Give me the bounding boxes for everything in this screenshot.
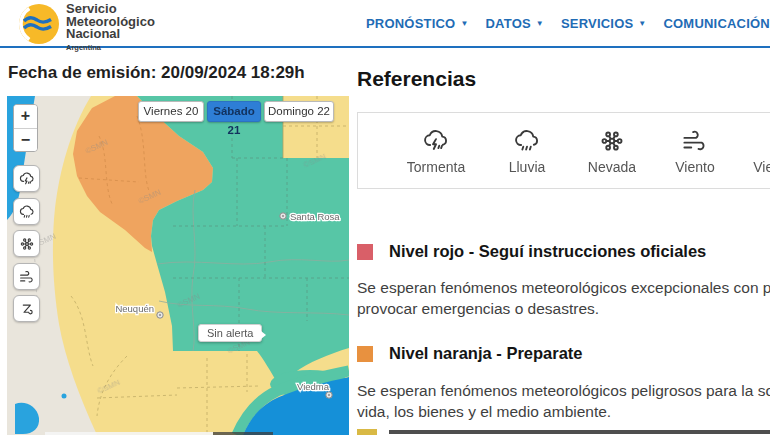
- nav-label: DATOS: [486, 16, 531, 31]
- snowflake-icon: [597, 126, 627, 156]
- tab-domingo-22[interactable]: Domingo 22: [264, 101, 334, 122]
- tab-viernes-20[interactable]: Viernes 20: [138, 101, 204, 122]
- orange-level-title: Nivel naranja - Preparate: [389, 344, 583, 363]
- city-label-viedma: Viedma: [297, 381, 330, 392]
- reference-viento-zonda: Viento zonda: [748, 126, 770, 175]
- filter-zonda-button[interactable]: [13, 295, 40, 322]
- basemap-svg: ©SMN ©SMN ©SMN ©SMN ©SMN ©SMN ©SMN Santa…: [7, 96, 349, 435]
- description-line: vida, los bienes y el medio ambiente.: [357, 402, 770, 423]
- nav-item-servicios[interactable]: SERVICIOS ▼: [561, 16, 647, 31]
- day-tab-bar: Viernes 20 Sábado 21 Domingo 22: [7, 101, 349, 123]
- nav-label: PRONÓSTICO: [366, 16, 455, 31]
- chevron-down-icon: ▼: [460, 19, 468, 28]
- city-label-neuquen: Neuquén: [115, 303, 154, 314]
- filter-storm-button[interactable]: [13, 165, 40, 192]
- site-header: Servicio Meteorológico Nacional Argentin…: [0, 0, 770, 48]
- rain-icon: [18, 203, 36, 221]
- logo-wordmark: Servicio Meteorológico Nacional Argentin…: [66, 3, 155, 54]
- description-line: provocar emergencias o desastres.: [357, 299, 770, 320]
- reference-label: Nevada: [588, 159, 636, 175]
- city-label-santa-rosa: Santa Rosa: [290, 211, 340, 222]
- reference-nevada: Nevada: [582, 126, 642, 175]
- filter-wind-button[interactable]: [13, 263, 40, 290]
- filter-snow-button[interactable]: [13, 230, 40, 257]
- filter-rain-button[interactable]: [13, 198, 40, 225]
- description-line: Se esperan fenómenos meteorológicos exce…: [357, 278, 770, 299]
- chevron-down-icon: ▼: [638, 19, 646, 28]
- reference-label: Lluvia: [509, 159, 546, 175]
- map-zoom-control: + −: [13, 104, 38, 152]
- logo-line: Nacional: [66, 28, 155, 41]
- reference-viento: Viento: [668, 126, 722, 175]
- logo-country: Argentina: [66, 42, 155, 55]
- wind-icon: [18, 268, 36, 286]
- storm-icon: [421, 126, 451, 156]
- nav-label: SERVICIOS: [561, 16, 633, 31]
- reference-lluvia: Lluvia: [498, 126, 556, 175]
- zoom-in-button[interactable]: +: [14, 105, 37, 128]
- reference-tormenta: Tormenta: [400, 126, 472, 175]
- red-level-description: Se esperan fenómenos meteorológicos exce…: [357, 278, 770, 319]
- rain-icon: [512, 126, 542, 156]
- map-tooltip-sin-alerta: Sin alerta: [198, 324, 262, 342]
- nav-item-comunicacion[interactable]: COMUNICACIÓN ▼: [663, 16, 770, 31]
- orange-level-swatch: [357, 346, 373, 362]
- snowflake-icon: [18, 235, 36, 253]
- wind-icon: [680, 126, 710, 156]
- main-nav: PRONÓSTICO ▼ DATOS ▼ SERVICIOS ▼ COMUNIC…: [366, 0, 770, 46]
- references-title: Referencias: [357, 67, 476, 91]
- zonda-icon: [18, 300, 36, 318]
- orange-level-description: Se esperan fenómenos meteorológicos peli…: [357, 381, 770, 422]
- zoom-out-button[interactable]: −: [14, 128, 37, 151]
- storm-icon: [18, 170, 36, 188]
- nav-label: COMUNICACIÓN: [663, 16, 769, 31]
- description-line: Se esperan fenómenos meteorológicos peli…: [357, 381, 770, 402]
- reference-label: Tormenta: [407, 159, 465, 175]
- red-level-title: Nivel rojo - Seguí instrucciones oficial…: [389, 242, 706, 261]
- references-box: Tormenta Lluvia Nevada Viento Viento zon…: [357, 112, 770, 189]
- reference-label: Viento: [675, 159, 714, 175]
- reference-label: Viento zonda: [753, 159, 770, 175]
- tab-sabado-21[interactable]: Sábado 21: [207, 101, 261, 122]
- red-level-swatch: [357, 244, 373, 260]
- issue-date: Fecha de emisión: 20/09/2024 18:29h: [8, 63, 305, 83]
- nav-item-datos[interactable]: DATOS ▼: [486, 16, 544, 31]
- next-section-divider: [389, 430, 770, 434]
- yellow-level-swatch-partial: [357, 429, 377, 435]
- smn-logo-icon[interactable]: [16, 1, 62, 47]
- chevron-down-icon: ▼: [536, 19, 544, 28]
- alert-level-red: Nivel rojo - Seguí instrucciones oficial…: [357, 242, 770, 261]
- alert-map[interactable]: ©SMN ©SMN ©SMN ©SMN ©SMN ©SMN ©SMN Santa…: [7, 96, 349, 435]
- nav-item-pronostico[interactable]: PRONÓSTICO ▼: [366, 16, 469, 31]
- alert-level-orange: Nivel naranja - Preparate: [357, 344, 770, 363]
